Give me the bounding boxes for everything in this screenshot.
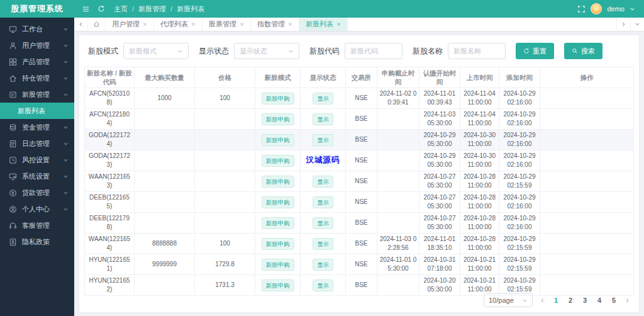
cell-subscribe_start: 2024-10-27 05:30:00 [419,171,460,192]
status-tag[interactable]: 显示 [313,93,333,104]
sidebar-item-label: 产品管理 [22,57,63,67]
page-number-4[interactable]: 4 [596,296,603,304]
filter-mode-label: 新股模式 [88,46,118,57]
page-number-2[interactable]: 2 [567,296,574,304]
cell-exchange: BSE [346,213,377,234]
sidebar-item-3[interactable]: 持仓管理 [0,70,74,86]
cell-status: 显示汉城源码 [301,150,346,171]
status-tag[interactable]: 显示 [313,113,333,125]
cell-mode: 新股申购 [255,109,301,130]
name-input[interactable] [448,43,506,59]
page-number-5[interactable]: 5 [610,296,618,304]
cell-name: HYUN(1221652) [85,275,135,296]
close-icon[interactable] [191,22,196,26]
sidebar-item-5[interactable]: 资金管理 [0,119,74,135]
status-tag[interactable]: 显示 [313,279,333,291]
cell-added_time: 2024-10-29 02:16:00 [499,192,540,213]
mode-select[interactable]: 新股模式 [123,43,189,59]
close-icon[interactable] [336,22,341,26]
cell-op [540,109,634,130]
sidebar-item-6[interactable]: 日志管理 [0,135,74,152]
sidebar-item-9[interactable]: 贷款管理 [0,184,74,201]
cell-status: 显示 [301,254,346,275]
page-number-3[interactable]: 3 [581,296,589,304]
close-icon[interactable] [240,22,244,26]
sidebar-item-4[interactable]: 新股管理 [0,86,74,103]
status-select[interactable]: 显示状态 [234,43,299,59]
chevron-down-icon[interactable] [630,6,635,12]
cell-op [540,150,634,171]
breadcrumb-section[interactable]: 新股管理 [138,4,166,14]
status-tag[interactable]: 显示 [313,196,333,208]
cell-mode: 新股申购 [255,130,301,150]
tabs-menu-icon[interactable] [630,18,644,31]
column-header-2: 价格 [195,67,255,88]
sidebar-subitem-0[interactable]: 新股列表 [0,103,74,119]
sidebar-item-11[interactable]: 客服管理 [0,217,74,234]
page-size-select[interactable]: 10/page [484,293,533,307]
sidebar-item-0[interactable]: 工作台 [0,21,74,37]
sidebar-item-label: 客服管理 [22,221,69,230]
mode-tag: 新股申购 [262,155,294,167]
chevron-down-icon [63,174,69,179]
tab-home[interactable] [88,18,106,31]
chevron-down-icon [522,298,528,303]
cell-status: 显示 [301,130,346,150]
sidebar-item-2[interactable]: 产品管理 [0,54,74,70]
cell-listing_time: 2024-10-30 11:00:00 [460,130,499,150]
hamburger-icon[interactable] [82,5,90,13]
search-button[interactable]: 搜索 [564,43,602,59]
sidebar-item-label: 风控设置 [22,155,63,165]
cell-mode: 新股申购 [255,88,301,109]
cell-listing_time: 2024-11-04 11:00:00 [460,109,499,130]
status-tag[interactable]: 显示 [313,217,333,229]
status-tag[interactable]: 显示 [313,134,333,146]
fullscreen-icon[interactable] [577,5,586,13]
username[interactable]: demo [607,5,625,13]
cell-added_time: 2024-10-29 02:15:59 [499,171,540,192]
tab-4[interactable]: 新股列表 [299,18,348,31]
cell-status: 显示 [301,192,346,213]
sidebar-item-1[interactable]: 用户管理 [0,37,74,54]
prev-page-icon[interactable] [540,298,545,303]
avatar[interactable] [591,3,602,14]
code-input[interactable] [345,43,402,59]
close-icon[interactable] [288,22,292,26]
table-row: DEEB(1221655)新股申购显示NSE2024-10-27 05:30:0… [85,192,634,213]
breadcrumb-home[interactable]: 主页 [114,4,128,14]
sidebar-item-10[interactable]: 个人中心 [0,201,74,217]
pagination: 10/page 12345 [484,293,630,307]
tabs-scroll-left-icon[interactable] [74,18,88,31]
cell-subscribe_start: 2024-10-27 05:30:00 [419,192,460,213]
tab-0[interactable]: 用户管理 [106,18,154,31]
tab-1[interactable]: 代理列表 [154,18,203,31]
chevron-down-icon [63,76,69,81]
content: 新股模式 新股模式 显示状态 显示状态 新股代码 新股名称 重置 [74,31,644,316]
tabs-scroll-right-icon[interactable] [616,18,630,31]
mode-tag: 新股申购 [262,196,294,208]
page-number-1[interactable]: 1 [552,296,560,304]
cell-added_time: 2024-10-29 02:15:59 [499,234,540,254]
cell-subscribe_start: 2024-11-01 18:35:10 [419,234,460,254]
sidebar-item-12[interactable]: 隐私政策 [0,234,74,250]
next-page-icon[interactable] [625,298,630,303]
tab-3[interactable]: 指数管理 [251,18,299,31]
sidebar-item-label: 资金管理 [22,123,63,132]
status-tag[interactable]: 显示 [313,176,333,188]
cell-op [540,171,634,192]
cell-name: AFCN(1221804) [85,109,135,130]
tab-2[interactable]: 股票管理 [203,18,251,31]
monitor-icon [9,25,17,33]
reset-button[interactable]: 重置 [516,43,554,59]
status-tag[interactable]: 显示 [313,259,333,271]
close-icon[interactable] [143,22,147,26]
header-right: demo [577,3,644,14]
sidebar-item-7[interactable]: 风控设置 [0,152,74,168]
sidebar-item-8[interactable]: 系统设置 [0,168,74,184]
cell-listing_time: 2024-10-21 11:00:00 [460,254,499,275]
page-numbers: 12345 [552,296,618,304]
status-tag[interactable]: 显示 [313,238,333,250]
refresh-icon[interactable] [97,5,105,13]
cell-price: 1729.8 [195,254,255,275]
chevron-down-icon [63,26,69,32]
